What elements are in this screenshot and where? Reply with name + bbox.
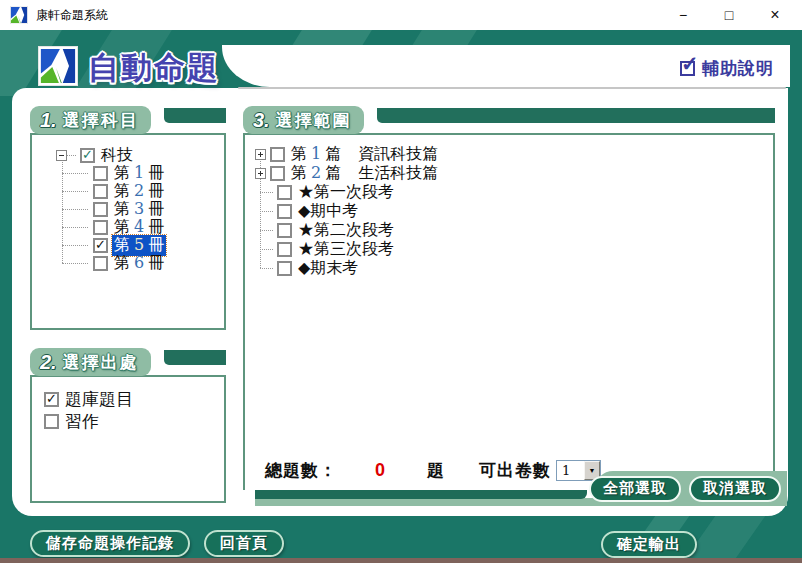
source-item[interactable]: 題庫題目 bbox=[44, 389, 224, 409]
maximize-icon[interactable]: □ bbox=[706, 0, 752, 30]
tree-label[interactable]: 第6冊 bbox=[112, 253, 166, 274]
checkbox-unchecked[interactable] bbox=[277, 242, 292, 257]
section1-header: 1. 選擇科目 bbox=[30, 106, 226, 134]
tree-row[interactable]: ★第二次段考 bbox=[255, 221, 773, 240]
close-icon[interactable]: × bbox=[752, 0, 798, 30]
section3-header: 3. 選擇範圍 bbox=[243, 106, 775, 134]
page-title: 自動命題 bbox=[88, 47, 220, 89]
subject-tree-box: 科技 第1冊 第2冊 第3 bbox=[30, 133, 226, 330]
expand-icon[interactable] bbox=[255, 149, 266, 160]
app-logo-icon bbox=[38, 46, 78, 86]
tree-connector bbox=[67, 155, 76, 156]
tree-row-root[interactable]: 科技 bbox=[56, 146, 224, 164]
checkbox-unchecked[interactable] bbox=[93, 184, 108, 199]
tree-connector bbox=[62, 173, 88, 174]
collapse-icon[interactable] bbox=[56, 150, 67, 161]
selection-button-area: 全部選取 取消選取 bbox=[595, 471, 787, 506]
tree-connector bbox=[62, 209, 88, 210]
checkbox-unchecked[interactable] bbox=[270, 147, 285, 162]
tree-row[interactable]: 第2冊 bbox=[56, 182, 224, 200]
tree-connector bbox=[260, 249, 273, 250]
tree-connector bbox=[62, 245, 88, 246]
subject-tree: 科技 第1冊 第2冊 第3 bbox=[32, 135, 224, 272]
section2-number: 2. bbox=[40, 351, 57, 374]
section2-header: 2. 選擇出處 bbox=[30, 348, 226, 376]
tree-label[interactable]: ◆期末考 bbox=[296, 258, 360, 279]
checkbox-checked[interactable] bbox=[44, 392, 59, 407]
source-item[interactable]: 習作 bbox=[44, 411, 224, 431]
help-label: 輔助說明 bbox=[702, 57, 774, 80]
checkbox-unchecked[interactable] bbox=[93, 202, 108, 217]
checkbox-unchecked[interactable] bbox=[93, 256, 108, 271]
unit-label: 題 bbox=[427, 459, 445, 482]
tree-row-selected[interactable]: 第5冊 bbox=[56, 236, 224, 254]
help-link[interactable]: ✓ 輔助說明 bbox=[680, 57, 774, 80]
checkbox-unchecked[interactable] bbox=[270, 166, 285, 181]
tree-label[interactable]: 第1篇資訊科技篇 bbox=[289, 144, 440, 165]
checkbox-unchecked[interactable] bbox=[277, 204, 292, 219]
section1-title: 選擇科目 bbox=[63, 109, 139, 132]
checkbox-unchecked[interactable] bbox=[93, 166, 108, 181]
tree-row[interactable]: 第3冊 bbox=[56, 200, 224, 218]
tree-row[interactable]: 第6冊 bbox=[56, 254, 224, 272]
checkbox-unchecked[interactable] bbox=[93, 220, 108, 235]
title-bar: 康軒命題系統 − □ × bbox=[0, 0, 802, 30]
home-button[interactable]: 回首頁 bbox=[204, 530, 284, 557]
section1-number: 1. bbox=[40, 109, 57, 132]
help-check-icon: ✓ bbox=[680, 61, 695, 76]
tree-connector bbox=[260, 268, 273, 269]
content-panel: 1. 選擇科目 科技 第1冊 bbox=[12, 88, 788, 516]
expand-icon[interactable] bbox=[255, 168, 266, 179]
tree-connector bbox=[62, 191, 88, 192]
tree-row[interactable]: ★第三次段考 bbox=[255, 240, 773, 259]
select-all-button[interactable]: 全部選取 bbox=[589, 476, 681, 502]
confirm-output-button[interactable]: 確定輸出 bbox=[601, 531, 697, 558]
subject-children: 第1冊 第2冊 第3冊 第4冊 bbox=[56, 164, 224, 272]
checkbox-unchecked[interactable] bbox=[44, 414, 59, 429]
section3-title: 選擇範圍 bbox=[276, 109, 352, 132]
tree-row[interactable]: ★第一次段考 bbox=[255, 183, 773, 202]
header-divider bbox=[238, 87, 786, 89]
app-window: 康軒命題系統 − □ × 自動命題 ✓ 輔助說明 1. 選擇科目 bbox=[0, 0, 802, 563]
tree-row[interactable]: 第4冊 bbox=[56, 218, 224, 236]
range-box: 第1篇資訊科技篇 第2篇生活科技篇 ★第一次段考 ◆期中考 bbox=[243, 133, 775, 490]
checkbox-checked[interactable] bbox=[93, 238, 108, 253]
tree-label[interactable]: ◆期中考 bbox=[296, 201, 360, 222]
window-title: 康軒命題系統 bbox=[36, 7, 660, 24]
tree-connector bbox=[260, 230, 273, 231]
tree-row[interactable]: ◆期末考 bbox=[255, 259, 773, 278]
tree-row[interactable]: 第1篇資訊科技篇 bbox=[255, 145, 773, 164]
summary-row: 總題數： 0 題 可出卷數 1 ▼ bbox=[265, 459, 601, 482]
app-logo-icon bbox=[10, 6, 28, 24]
tree-label[interactable]: ★第三次段考 bbox=[296, 239, 396, 260]
tree-connector bbox=[260, 192, 273, 193]
tree-row[interactable]: 第1冊 bbox=[56, 164, 224, 182]
deselect-button[interactable]: 取消選取 bbox=[689, 476, 781, 502]
window-bottom-edge bbox=[0, 558, 802, 563]
divider-bar-dark bbox=[255, 490, 587, 499]
tree-row[interactable]: 第2篇生活科技篇 bbox=[255, 164, 773, 183]
checkbox-unchecked[interactable] bbox=[277, 223, 292, 238]
tree-connector bbox=[62, 227, 88, 228]
papers-label: 可出卷數 bbox=[479, 459, 551, 482]
total-label: 總題數： bbox=[265, 459, 337, 482]
section3-number: 3. bbox=[253, 109, 270, 132]
checkbox-unchecked[interactable] bbox=[277, 261, 292, 276]
source-box: 題庫題目 習作 bbox=[30, 375, 226, 503]
tree-label[interactable]: 第2篇生活科技篇 bbox=[289, 163, 440, 184]
tree-label[interactable]: ★第一次段考 bbox=[296, 182, 396, 203]
tree-connector bbox=[62, 263, 88, 264]
minimize-icon[interactable]: − bbox=[660, 0, 706, 30]
total-count: 0 bbox=[375, 460, 385, 481]
source-label[interactable]: 習作 bbox=[65, 410, 99, 433]
save-record-button[interactable]: 儲存命題操作記錄 bbox=[30, 530, 190, 557]
checkbox-checked[interactable] bbox=[80, 148, 95, 163]
dropdown-value: 1 bbox=[557, 461, 584, 480]
checkbox-unchecked[interactable] bbox=[277, 185, 292, 200]
range-tree: 第1篇資訊科技篇 第2篇生活科技篇 ★第一次段考 ◆期中考 bbox=[245, 135, 773, 278]
section2-title: 選擇出處 bbox=[63, 351, 139, 374]
tree-label[interactable]: ★第二次段考 bbox=[296, 220, 396, 241]
source-label[interactable]: 題庫題目 bbox=[65, 388, 133, 411]
tree-connector bbox=[260, 211, 273, 212]
tree-row[interactable]: ◆期中考 bbox=[255, 202, 773, 221]
